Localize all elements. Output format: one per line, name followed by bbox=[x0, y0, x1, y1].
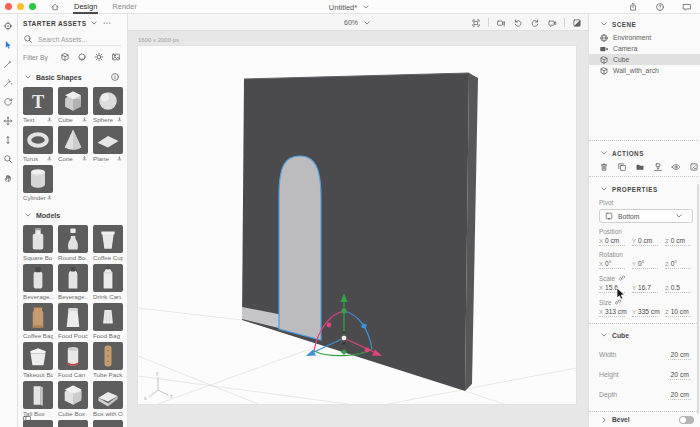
scene-section-header[interactable]: SCENE bbox=[589, 14, 700, 32]
select-and-move-tool[interactable] bbox=[3, 21, 15, 33]
field-value[interactable]: 0 cm bbox=[671, 237, 685, 244]
field-value[interactable]: 313 cm bbox=[605, 308, 627, 315]
size-z-field[interactable]: Z10 cm bbox=[665, 308, 691, 317]
position-x-field[interactable]: X0 cm bbox=[599, 237, 625, 246]
asset-thumbnail[interactable] bbox=[58, 342, 88, 370]
sampler-tool[interactable] bbox=[3, 78, 15, 90]
asset-thumbnail[interactable] bbox=[23, 342, 53, 370]
asset-round-bo[interactable]: Round Bo... bbox=[58, 225, 88, 262]
property-value[interactable]: 20 cm bbox=[668, 351, 691, 360]
zoom-level-dropdown[interactable]: 60% bbox=[344, 14, 372, 31]
asset-partial[interactable] bbox=[58, 420, 88, 427]
camera-bookmark-icon[interactable] bbox=[496, 18, 506, 28]
asset-thumbnail[interactable] bbox=[93, 420, 123, 427]
tab-render[interactable]: Render bbox=[111, 0, 138, 14]
scene-item-environment[interactable]: Environment bbox=[589, 32, 700, 43]
properties-section-header[interactable]: PROPERTIES bbox=[589, 178, 700, 194]
camera-undo-icon[interactable] bbox=[513, 18, 523, 28]
duplicate-icon[interactable] bbox=[617, 162, 627, 172]
asset-thumbnail[interactable] bbox=[23, 381, 53, 409]
scene-item-camera[interactable]: Camera bbox=[589, 43, 700, 54]
field-value[interactable]: 0.5 bbox=[671, 284, 680, 291]
orbit-tool[interactable] bbox=[3, 97, 15, 109]
asset-cone[interactable]: Cone bbox=[58, 126, 88, 163]
asset-thumbnail[interactable] bbox=[58, 303, 88, 331]
camera-redo-icon[interactable] bbox=[530, 18, 540, 28]
rotation-z-field[interactable]: Z0° bbox=[665, 260, 691, 269]
field-value[interactable]: 10 cm bbox=[671, 308, 689, 315]
asset-thumbnail[interactable]: T bbox=[23, 87, 53, 115]
gizmo-x-rotate-handle[interactable] bbox=[327, 323, 332, 328]
tab-design[interactable]: Design bbox=[73, 0, 98, 14]
asset-text[interactable]: TText bbox=[23, 87, 53, 124]
asset-thumbnail[interactable] bbox=[58, 381, 88, 409]
asset-box-with-o[interactable]: Box with O... bbox=[93, 381, 123, 418]
asset-cube[interactable]: Cube bbox=[58, 87, 88, 124]
asset-coffee-bag[interactable]: Coffee Bag bbox=[23, 303, 53, 340]
home-icon[interactable] bbox=[50, 2, 60, 12]
size-x-field[interactable]: X313 cm bbox=[599, 308, 625, 317]
render-preview-icon[interactable] bbox=[572, 18, 582, 28]
search-box[interactable] bbox=[23, 33, 121, 46]
asset-thumbnail[interactable] bbox=[23, 225, 53, 253]
canvas-frame-icon[interactable] bbox=[471, 18, 481, 28]
field-value[interactable]: 16.7 bbox=[638, 284, 651, 291]
asset-thumbnail[interactable] bbox=[58, 420, 88, 427]
asset-thumbnail[interactable] bbox=[58, 126, 88, 154]
pivot-dropdown[interactable]: Bottom bbox=[599, 209, 693, 223]
scale-z-field[interactable]: Z0.5 bbox=[665, 284, 691, 293]
rotation-y-field[interactable]: Y0° bbox=[632, 260, 658, 269]
bevel-section-header[interactable]: Bevel bbox=[589, 411, 700, 427]
search-input[interactable] bbox=[36, 35, 116, 44]
cube-component-header[interactable]: Cube bbox=[589, 324, 700, 340]
link-icon[interactable] bbox=[618, 274, 626, 282]
asset-plane[interactable]: Plane bbox=[93, 126, 123, 163]
section-header-basic-shapes[interactable]: Basic Shapes bbox=[23, 71, 127, 83]
size-y-field[interactable]: Y335 cm bbox=[632, 308, 658, 317]
field-value[interactable]: 0 cm bbox=[638, 237, 652, 244]
asset-beverage[interactable]: Beverage... bbox=[23, 264, 53, 301]
asset-thumbnail[interactable] bbox=[93, 303, 123, 331]
asset-thumbnail[interactable] bbox=[58, 264, 88, 292]
scene-item-wall_with_arch[interactable]: Wall_with_arch bbox=[589, 65, 700, 76]
filter-lights-icon[interactable] bbox=[94, 52, 104, 62]
close-window-button[interactable] bbox=[5, 3, 12, 10]
field-value[interactable]: 335 cm bbox=[638, 308, 660, 315]
gizmo-center-handle[interactable] bbox=[341, 335, 347, 341]
arch-opening-selected[interactable] bbox=[279, 156, 321, 340]
move-to-ground-icon[interactable] bbox=[653, 162, 663, 172]
asset-food-pouch[interactable]: Food Pouch bbox=[58, 303, 88, 340]
group-icon[interactable] bbox=[635, 162, 645, 172]
gizmo-x-handle[interactable] bbox=[365, 348, 370, 353]
select-tool[interactable] bbox=[3, 40, 15, 52]
asset-thumbnail[interactable] bbox=[93, 225, 123, 253]
visibility-icon[interactable] bbox=[671, 162, 681, 172]
assets-panel-header[interactable]: STARTER ASSETS bbox=[23, 14, 127, 30]
assets-menu-icon[interactable] bbox=[102, 18, 112, 28]
field-value[interactable]: 0° bbox=[671, 260, 677, 267]
gizmo-y-scale-handle[interactable] bbox=[342, 309, 347, 314]
scale-y-field[interactable]: Y16.7 bbox=[632, 284, 658, 293]
artboard[interactable]: y x z bbox=[137, 45, 577, 405]
section-header-models[interactable]: Models bbox=[23, 209, 127, 221]
asset-thumbnail[interactable] bbox=[23, 264, 53, 292]
feedback-icon[interactable] bbox=[682, 2, 692, 12]
asset-cylinder[interactable]: Cylinder bbox=[23, 165, 53, 202]
collapse-panel-icon[interactable] bbox=[22, 414, 32, 424]
filter-materials-icon[interactable] bbox=[77, 52, 87, 62]
position-z-field[interactable]: Z0 cm bbox=[665, 237, 691, 246]
zoom-window-button[interactable] bbox=[29, 3, 36, 10]
panel-scrollbar[interactable] bbox=[697, 184, 699, 414]
filter-models-icon[interactable] bbox=[60, 52, 70, 62]
asset-tall-box[interactable]: Tall Box bbox=[23, 381, 53, 418]
delete-icon[interactable] bbox=[599, 162, 609, 172]
edit-material-icon[interactable] bbox=[689, 162, 699, 172]
asset-food-can[interactable]: Food Can bbox=[58, 342, 88, 379]
asset-tube-pack[interactable]: Tube Pack... bbox=[93, 342, 123, 379]
field-value[interactable]: 0 cm bbox=[605, 237, 619, 244]
dolly-tool[interactable] bbox=[3, 135, 15, 147]
asset-thumbnail[interactable] bbox=[58, 87, 88, 115]
asset-torus[interactable]: Torus bbox=[23, 126, 53, 163]
magic-wand-tool[interactable] bbox=[3, 59, 15, 71]
rotation-x-field[interactable]: X0° bbox=[599, 260, 625, 269]
